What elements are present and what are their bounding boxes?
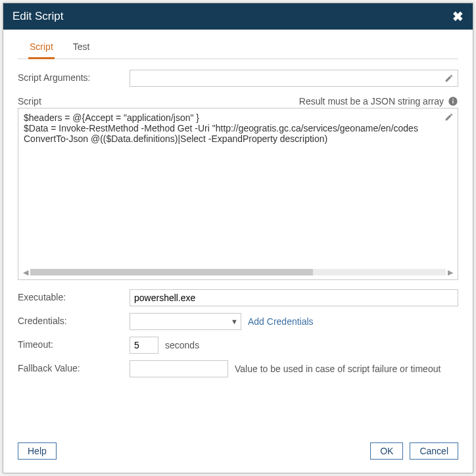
script-arguments-input[interactable] xyxy=(130,70,458,87)
scroll-left-icon[interactable]: ◀ xyxy=(22,268,29,277)
timeout-unit: seconds xyxy=(165,340,199,350)
pencil-icon[interactable] xyxy=(444,74,454,83)
timeout-input[interactable] xyxy=(130,337,158,354)
row-fallback: Fallback Value: Value to be used in case… xyxy=(18,360,458,377)
footer-right-buttons: OK Cancel xyxy=(370,442,458,460)
dialog-titlebar: Edit Script ✖ xyxy=(3,3,473,30)
script-textarea[interactable]: $headers = @{Accept = "application/json"… xyxy=(18,108,458,280)
executable-input[interactable] xyxy=(130,289,458,306)
fallback-description: Value to be used in case of script failu… xyxy=(235,364,440,374)
pencil-icon[interactable] xyxy=(444,112,454,122)
row-timeout: Timeout: seconds xyxy=(18,337,458,354)
chevron-down-icon: ▼ xyxy=(231,318,238,325)
edit-script-dialog: Edit Script ✖ Script Test Script Argumen… xyxy=(3,3,473,473)
ok-button[interactable]: OK xyxy=(370,442,403,460)
row-script-arguments: Script Arguments: xyxy=(18,70,458,87)
row-credentials: Credentials: ▼ Add Credentials xyxy=(18,313,458,330)
row-executable: Executable: xyxy=(18,289,458,306)
label-credentials: Credentials: xyxy=(18,313,130,326)
label-script: Script xyxy=(18,96,41,107)
label-timeout: Timeout: xyxy=(18,337,130,350)
cancel-button[interactable]: Cancel xyxy=(410,442,458,460)
tab-script[interactable]: Script xyxy=(28,41,55,59)
add-credentials-link[interactable]: Add Credentials xyxy=(248,316,314,327)
close-icon[interactable]: ✖ xyxy=(452,10,464,23)
script-header: Script Result must be a JSON string arra… xyxy=(18,96,458,107)
dialog-body: Script Test Script Arguments: Script Res… xyxy=(3,30,473,433)
scroll-right-icon[interactable]: ▶ xyxy=(447,268,454,277)
tab-bar: Script Test xyxy=(18,41,458,59)
script-content: $headers = @{Accept = "application/json"… xyxy=(18,108,458,265)
horizontal-scrollbar[interactable]: ◀ ▶ xyxy=(22,268,454,277)
label-fallback: Fallback Value: xyxy=(18,360,130,373)
label-script-arguments: Script Arguments: xyxy=(18,70,130,83)
svg-rect-1 xyxy=(452,101,453,104)
scroll-thumb[interactable] xyxy=(30,269,313,275)
scroll-track[interactable] xyxy=(30,269,446,275)
credentials-select[interactable]: ▼ xyxy=(130,313,241,330)
fallback-input[interactable] xyxy=(130,360,228,377)
svg-rect-2 xyxy=(452,99,453,99)
label-executable: Executable: xyxy=(18,289,130,302)
info-icon[interactable] xyxy=(448,96,458,107)
help-button[interactable]: Help xyxy=(18,442,57,460)
result-hint: Result must be a JSON string array xyxy=(299,96,444,107)
tab-test[interactable]: Test xyxy=(72,41,91,59)
dialog-footer: Help OK Cancel xyxy=(3,433,473,473)
dialog-title: Edit Script xyxy=(12,10,63,23)
